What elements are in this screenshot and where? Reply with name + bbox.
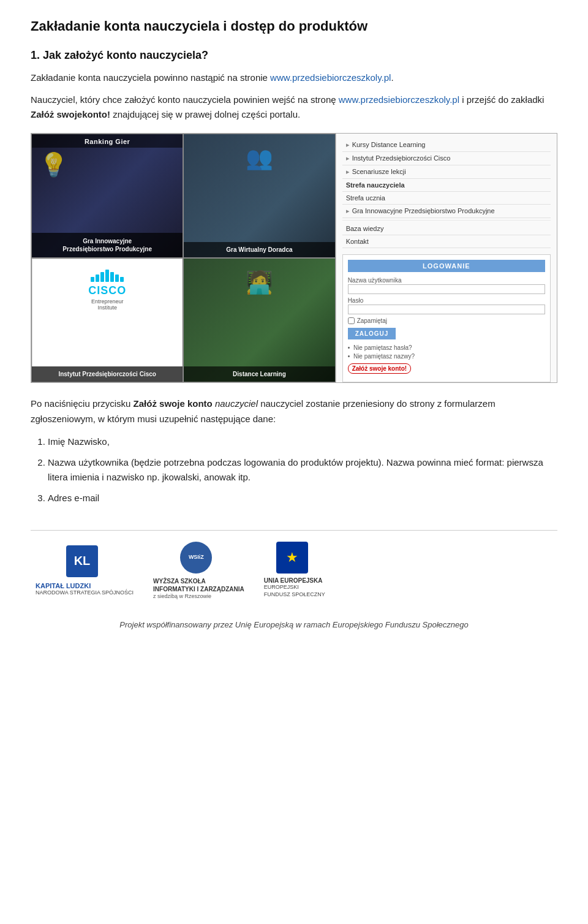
username-label: Nazwa użytkownika <box>348 277 545 284</box>
bullet-icon: • <box>348 344 350 351</box>
remember-checkbox[interactable] <box>348 317 355 324</box>
cisco-logo: CISCO EntrepreneurInstitute <box>32 270 183 311</box>
nav-divider <box>342 220 551 221</box>
nav-item-1[interactable]: ▸Instytut Przedsiębiorczości Cisco <box>342 152 551 165</box>
tile1-label: Gra InnowacyjnePrzedsiębiorstwo Produkcy… <box>32 233 183 257</box>
link1[interactable]: www.przedsiebiorczeszkoly.pl <box>270 72 391 83</box>
zaloguj-button[interactable]: ZALOGUJ <box>348 328 396 339</box>
list-item-1-text: Imię Nazwisko, <box>48 436 110 447</box>
logo-wsiz: WSIiZ WYŻSZA SZKOŁAINFORMATYKI I ZARZĄDZ… <box>148 542 244 599</box>
nav-item-5[interactable]: ▸Gra Innowacyjne Przedsiębiorstwo Produk… <box>342 205 551 218</box>
list-item-1: Imię Nazwisko, <box>48 434 557 449</box>
tile-distance-learning[interactable]: 🧑‍💻 Distance Learning <box>183 258 335 382</box>
nav-arrow-icon: ▸ <box>346 168 350 175</box>
list-item-2-text: Nazwa użytkownika (będzie potrzebna podc… <box>48 457 543 482</box>
nav-arrow-icon: ▸ <box>346 141 350 148</box>
para2-prefix: Nauczyciel, który chce założyć konto nau… <box>31 94 336 105</box>
footer: KL KAPITAŁ LUDZKI NARODOWA STRATEGIA SPÓ… <box>31 530 557 629</box>
kl-title: KAPITAŁ LUDZKI <box>36 582 134 589</box>
ue-title: UNIA EUROPEJSKA <box>264 577 325 584</box>
wsiz-title: WYŻSZA SZKOŁAINFORMATYKI I ZARZĄDZANIA <box>153 577 244 593</box>
nav-item-7[interactable]: Kontakt <box>342 235 551 248</box>
nav-arrow-icon: ▸ <box>346 207 350 214</box>
list-item-2: Nazwa użytkownika (będzie potrzebna podc… <box>48 455 557 485</box>
wsiz-icon: WSIiZ <box>180 542 212 574</box>
after-bold-konto: Załóż swoje konto <box>134 398 213 409</box>
cisco-text: CISCO <box>32 284 183 297</box>
tile2-label: Gra Wirtualny Doradca <box>184 242 334 257</box>
list-item-3-text: Adres e-mail <box>48 493 99 503</box>
list-item-3: Adres e-mail <box>48 491 557 506</box>
logo-unia-europejska: ★ UNIA EUROPEJSKA EUROPEJSKIFUNDUSZ SPOŁ… <box>259 542 325 598</box>
forgot-username-link[interactable]: • Nie pamiętasz nazwy? <box>348 353 545 360</box>
footer-project-text: Projekt współfinansowany przez Unię Euro… <box>31 620 557 629</box>
lightbulb-icon: 💡 <box>39 151 68 178</box>
person-laptop-icon: 🧑‍💻 <box>184 270 334 295</box>
link2[interactable]: www.przedsiebiorczeszkoly.pl <box>339 94 459 105</box>
nav-item-4[interactable]: Strefa ucznia <box>342 192 551 205</box>
kl-subtitle: NARODOWA STRATEGIA SPÓJNOŚCI <box>36 589 134 596</box>
login-header-label: LOGOWANIE <box>348 260 545 272</box>
tile3-label: Instytut Przedsiębiorczości Cisco <box>32 366 183 382</box>
remember-label: Zapamiętaj <box>357 317 387 324</box>
tile-gra-innowacyjne[interactable]: Ranking Gier 💡 Gra InnowacyjnePrzedsiębi… <box>31 134 183 258</box>
logo-kapital-ludzki: KL KAPITAŁ LUDZKI NARODOWA STRATEGIA SPÓ… <box>31 545 134 596</box>
cisco-sub-text: EntrepreneurInstitute <box>32 298 183 311</box>
cisco-bars-icon <box>91 270 124 282</box>
section1-title: 1. Jak założyć konto nauczyciela? <box>31 49 557 62</box>
forgot-password-link[interactable]: • Nie pamiętasz hasła? <box>348 344 545 351</box>
bold-zakladka: Załóż swojekonto! <box>31 109 110 119</box>
ue-subtitle: EUROPEJSKIFUNDUSZ SPOŁECZNY <box>264 584 325 598</box>
login-links: • Nie pamiętasz hasła? • Nie pamiętasz n… <box>348 344 545 376</box>
tile4-label: Distance Learning <box>184 366 334 382</box>
people-icon: 👥 <box>184 145 334 171</box>
nav-item-0[interactable]: ▸Kursy Distance Learning <box>342 138 551 152</box>
register-link[interactable]: Załóż swoje konto! <box>348 363 411 374</box>
screenshot-right-panel: ▸Kursy Distance Learning ▸Instytut Przed… <box>336 134 557 382</box>
page-main-title: Zakładanie konta nauczyciela i dostęp do… <box>31 18 557 34</box>
password-label: Hasło <box>348 297 545 304</box>
intro-para1: Zakładanie konta nauczyciela powinno nas… <box>31 70 557 85</box>
after-screenshot-section: Po naciśnięciu przycisku Załóż swoje kon… <box>31 396 557 506</box>
ue-icon: ★ <box>276 542 308 574</box>
password-input[interactable] <box>348 305 545 314</box>
screenshot-container: Ranking Gier 💡 Gra InnowacyjnePrzedsiębi… <box>31 133 557 383</box>
wsiz-subtitle: z siedzibą w Rzeszowie <box>153 593 244 599</box>
bullet-icon: • <box>348 353 350 360</box>
screenshot-left-panel: Ranking Gier 💡 Gra InnowacyjnePrzedsiębi… <box>31 134 336 382</box>
right-nav: ▸Kursy Distance Learning ▸Instytut Przed… <box>336 134 557 248</box>
tile-instytut-cisco[interactable]: CISCO EntrepreneurInstitute Instytut Prz… <box>31 258 183 382</box>
username-input[interactable] <box>348 284 545 294</box>
para1-text: Zakładanie konta nauczyciela powinno nas… <box>31 72 268 83</box>
nav-item-2[interactable]: ▸Scenariusze lekcji <box>342 165 551 179</box>
kl-icon: KL <box>66 545 98 577</box>
intro-para2: Nauczyciel, który chce założyć konto nau… <box>31 93 557 122</box>
para2-suffix1: i przejść do zakładki <box>462 94 544 105</box>
remember-me-row: Zapamiętaj <box>348 317 545 324</box>
tile-wirtualny-doradca[interactable]: 👥 Gra Wirtualny Doradca <box>183 134 335 258</box>
nav-item-6[interactable]: Baza wiedzy <box>342 222 551 235</box>
requirements-list: Imię Nazwisko, Nazwa użytkownika (będzie… <box>48 434 557 506</box>
login-box: LOGOWANIE Nazwa użytkownika Hasło Zapami… <box>342 254 551 382</box>
after-para1-pre: Po naciśnięciu przycisku <box>31 398 130 409</box>
nav-arrow-icon: ▸ <box>346 154 350 162</box>
nav-item-3[interactable]: Strefa nauczyciela <box>342 179 551 192</box>
after-nauczyciel: nauczyciel <box>215 398 258 409</box>
after-para1: Po naciśnięciu przycisku Załóż swoje kon… <box>31 396 557 427</box>
para2-suffix2: znajdującej się w prawej dolnej części p… <box>113 109 300 119</box>
tile1-header: Ranking Gier <box>32 134 183 148</box>
